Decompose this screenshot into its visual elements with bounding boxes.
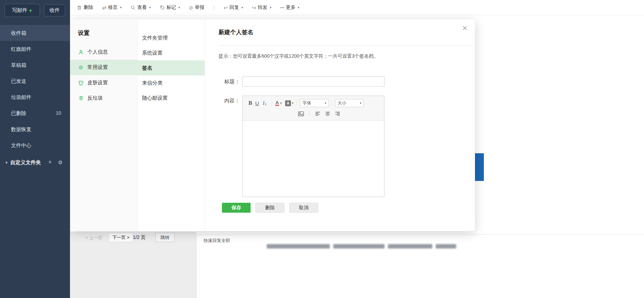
sidebar-item-junk[interactable]: 垃圾邮件 [0, 89, 70, 105]
nav-item-skin-settings[interactable]: 皮肤设置 [70, 75, 137, 90]
align-center-button[interactable] [325, 112, 330, 116]
align-right-button[interactable] [335, 112, 340, 116]
toolbar-divider [272, 100, 272, 106]
folder-list: 收件箱 红旗邮件 草稿箱 已发送 垃圾邮件 已删除 10 数据恢复 文件中心 [0, 25, 70, 153]
save-button[interactable]: 保存 [222, 203, 251, 213]
forward-label: 转发 [258, 4, 267, 11]
more-button[interactable]: ••• 更多 ▾ [280, 4, 299, 11]
next-page-button[interactable]: 下一页 > [109, 233, 133, 242]
blurred-text-segment [388, 244, 432, 249]
nav-item-general-settings[interactable]: ⚙ 常用设置 [70, 60, 137, 75]
chevron-down-icon: ▾ [179, 6, 180, 9]
chevron-down-icon: ▾ [298, 6, 299, 9]
jump-page-button[interactable]: 跳转 [155, 233, 174, 242]
report-button[interactable]: ⊘ 举报 [189, 4, 205, 11]
mail-toolbar: 删除 ⇄ 移至 ▾ 查看 ▾ 标记 ▾ ⊘ 举报 | ↩ 回复 ▾ ↪ 转发 ▾… [70, 0, 644, 15]
close-icon[interactable]: × [462, 24, 467, 32]
font-color-button[interactable]: A ▾ [275, 100, 282, 106]
sidebar-item-file-center[interactable]: 文件中心 [0, 137, 70, 153]
nav-item-label: 反垃圾 [87, 95, 103, 101]
subnav-suixin-mail-settings[interactable]: 随心邮设置 [138, 90, 205, 105]
prev-page-button[interactable]: < 上一页 [85, 235, 102, 241]
font-size-select[interactable]: 大小 ▾ [335, 99, 364, 107]
deleted-count-badge: 10 [56, 105, 61, 121]
toolbar-divider [332, 100, 332, 106]
forward-arrow-icon: ↪ [252, 5, 256, 10]
chevron-down-icon: ▾ [325, 101, 326, 105]
receive-button[interactable]: 收件 [44, 4, 65, 16]
sidebar-item-label: 已删除 [11, 110, 26, 116]
move-to-label: 移至 [108, 4, 118, 11]
delete-signature-button[interactable]: 删除 [255, 203, 284, 213]
align-right-icon [335, 112, 340, 116]
delete-button[interactable]: 删除 [77, 4, 93, 11]
sidebar-item-flagged[interactable]: 红旗邮件 [0, 41, 70, 57]
view-button[interactable]: 查看 ▾ [130, 4, 151, 11]
forward-button[interactable]: ↪ 转发 ▾ [252, 4, 271, 11]
image-icon [298, 111, 304, 116]
page-title: 新建个人签名 [219, 28, 475, 36]
nav-item-personal-info[interactable]: 个人信息 [70, 44, 137, 60]
blurred-text-segment [436, 244, 456, 249]
signature-content-panel: × 新建个人签名 提示：您可设置最多600个汉字或1200个英文字符；一共可设置… [205, 19, 475, 231]
nav-item-label: 个人信息 [87, 49, 108, 55]
align-left-button[interactable] [315, 112, 320, 116]
settings-modal: 设置 个人信息 ⚙ 常用设置 皮肤设置 [70, 19, 475, 231]
blurred-text [267, 244, 456, 249]
shirt-icon [78, 80, 84, 86]
chevron-down-icon: ▾ [360, 101, 362, 105]
sidebar-item-sent[interactable]: 已发送 [0, 73, 70, 89]
toolbar-divider [296, 100, 297, 106]
sidebar-item-label: 红旗邮件 [11, 46, 31, 52]
chevron-down-icon: ▾ [270, 6, 271, 9]
custom-folder-label: 自定义文件夹 [10, 159, 41, 166]
reply-button[interactable]: ↩ 回复 ▾ [223, 4, 243, 11]
remove-format-button[interactable]: I x [261, 101, 269, 106]
sidebar-item-label: 数据恢复 [11, 126, 31, 132]
folder-settings-gear-icon[interactable]: ⚙ [58, 159, 62, 166]
font-size-value: 大小 [337, 100, 346, 106]
sidebar-item-inbox[interactable]: 收件箱 [0, 25, 70, 41]
editor-toolbar: B U I x A ▾ A ▾ [243, 96, 384, 120]
signature-content-area[interactable] [243, 120, 384, 197]
prohibit-icon: ⊘ [189, 5, 193, 10]
reply-arrow-icon: ↩ [223, 5, 228, 10]
compose-button[interactable]: 写邮件 + [4, 4, 40, 17]
sidebar-item-drafts[interactable]: 草稿箱 [0, 57, 70, 73]
cancel-button[interactable]: 取消 [289, 203, 318, 213]
title-divider [219, 45, 472, 46]
sidebar-item-label: 垃圾邮件 [11, 94, 31, 100]
bold-button[interactable]: B [247, 100, 254, 106]
font-family-select[interactable]: 字体 ▾ [300, 99, 328, 107]
fill-color-button[interactable]: A ▾ [285, 100, 294, 106]
subnav-mail-classification[interactable]: 来信分类 [138, 75, 205, 90]
sidebar-item-label: 收件箱 [11, 30, 26, 36]
subnav-system-settings[interactable]: 系统设置 [138, 45, 205, 60]
insert-image-button[interactable] [298, 111, 304, 116]
sidebar: 写邮件 + 收件 收件箱 红旗邮件 草稿箱 已发送 垃圾邮件 已删除 10 数据… [0, 0, 70, 298]
custom-folder-header[interactable]: ▼ 自定义文件夹 + ⚙ [0, 158, 70, 168]
underline-button[interactable]: U [254, 101, 261, 106]
align-center-icon [325, 112, 330, 116]
compose-button-label: 写邮件 [12, 7, 27, 14]
signature-title-input[interactable] [242, 76, 384, 87]
report-label: 举报 [195, 4, 205, 11]
delete-label: 删除 [84, 4, 93, 11]
font-color-letter: A [275, 100, 279, 106]
signature-tip-text: 提示：您可设置最多600个汉字或1200个英文字符；一共可设置3个签名档。 [219, 53, 475, 59]
nav-item-antispam[interactable]: 反垃圾 [70, 90, 137, 106]
trash-icon [78, 96, 84, 101]
chevron-down-icon: ▾ [120, 6, 122, 9]
sidebar-item-label: 已发送 [11, 78, 26, 84]
move-to-button[interactable]: ⇄ 移至 ▾ [102, 4, 122, 11]
subnav-signature[interactable]: 签名 [138, 60, 205, 75]
sidebar-item-deleted[interactable]: 已删除 10 [0, 105, 70, 121]
mark-button[interactable]: 标记 ▾ [160, 4, 180, 11]
subnav-folder-management[interactable]: 文件夹管理 [138, 30, 205, 45]
collapse-caret-icon: ▼ [5, 161, 8, 165]
sidebar-item-data-restore[interactable]: 数据恢复 [0, 121, 70, 137]
add-folder-icon[interactable]: + [48, 159, 52, 166]
nav-item-label: 皮肤设置 [87, 80, 108, 86]
sidebar-item-label: 文件中心 [11, 142, 31, 148]
plus-icon: + [29, 8, 32, 14]
